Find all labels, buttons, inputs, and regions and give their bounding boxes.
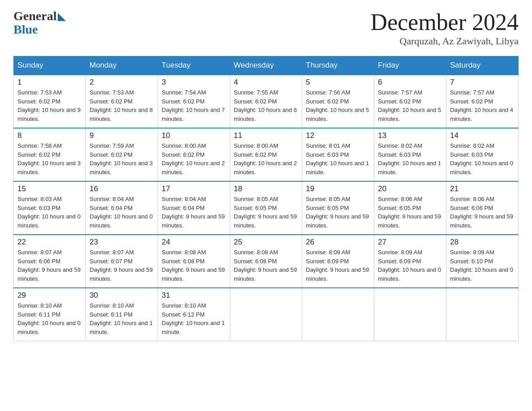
day-number: 31 (162, 291, 226, 300)
day-info: Sunrise: 8:07 AMSunset: 6:07 PMDaylight:… (90, 248, 154, 283)
calendar-table: SundayMondayTuesdayWednesdayThursdayFrid… (13, 56, 519, 341)
table-row: 20Sunrise: 8:06 AMSunset: 6:05 PMDayligh… (374, 181, 446, 235)
week-row-3: 15Sunrise: 8:03 AMSunset: 6:03 PMDayligh… (14, 181, 519, 235)
table-row: 21Sunrise: 8:06 AMSunset: 6:06 PMDayligh… (446, 181, 519, 235)
day-number: 3 (162, 78, 226, 87)
table-row (302, 288, 374, 341)
table-row: 2Sunrise: 7:53 AMSunset: 6:02 PMDaylight… (86, 75, 158, 128)
table-row: 15Sunrise: 8:03 AMSunset: 6:03 PMDayligh… (14, 181, 86, 235)
table-row: 19Sunrise: 8:05 AMSunset: 6:05 PMDayligh… (302, 181, 374, 235)
day-info: Sunrise: 8:10 AMSunset: 6:11 PMDaylight:… (17, 301, 82, 336)
table-row: 10Sunrise: 8:00 AMSunset: 6:02 PMDayligh… (158, 128, 230, 181)
day-info: Sunrise: 8:06 AMSunset: 6:05 PMDaylight:… (378, 195, 442, 230)
logo-general-text: General (13, 9, 56, 23)
day-info: Sunrise: 7:58 AMSunset: 6:02 PMDaylight:… (17, 141, 82, 176)
day-info: Sunrise: 8:08 AMSunset: 6:08 PMDaylight:… (162, 248, 226, 283)
day-number: 17 (162, 184, 226, 193)
day-info: Sunrise: 8:10 AMSunset: 6:11 PMDaylight:… (90, 301, 154, 336)
col-header-tuesday: Tuesday (158, 56, 230, 75)
day-number: 28 (450, 238, 515, 247)
day-info: Sunrise: 8:01 AMSunset: 6:03 PMDaylight:… (306, 141, 370, 176)
col-header-wednesday: Wednesday (230, 56, 302, 75)
day-number: 24 (162, 238, 226, 247)
table-row: 1Sunrise: 7:53 AMSunset: 6:02 PMDaylight… (14, 75, 86, 128)
logo: General Blue (13, 9, 66, 37)
table-row: 25Sunrise: 8:08 AMSunset: 6:08 PMDayligh… (230, 235, 302, 288)
table-row: 8Sunrise: 7:58 AMSunset: 6:02 PMDaylight… (14, 128, 86, 181)
day-number: 5 (306, 78, 370, 87)
table-row: 5Sunrise: 7:56 AMSunset: 6:02 PMDaylight… (302, 75, 374, 128)
day-info: Sunrise: 8:00 AMSunset: 6:02 PMDaylight:… (162, 141, 226, 176)
day-info: Sunrise: 8:07 AMSunset: 6:06 PMDaylight:… (17, 248, 82, 283)
day-number: 13 (378, 131, 442, 140)
table-row (446, 288, 519, 341)
day-number: 15 (17, 184, 82, 193)
day-info: Sunrise: 8:00 AMSunset: 6:02 PMDaylight:… (234, 141, 298, 176)
day-number: 4 (234, 78, 298, 87)
col-header-thursday: Thursday (302, 56, 374, 75)
day-info: Sunrise: 8:02 AMSunset: 6:03 PMDaylight:… (378, 141, 442, 176)
table-row: 24Sunrise: 8:08 AMSunset: 6:08 PMDayligh… (158, 235, 230, 288)
table-row: 13Sunrise: 8:02 AMSunset: 6:03 PMDayligh… (374, 128, 446, 181)
week-row-5: 29Sunrise: 8:10 AMSunset: 6:11 PMDayligh… (14, 288, 519, 341)
logo-blue-text: Blue (13, 22, 38, 37)
table-row: 12Sunrise: 8:01 AMSunset: 6:03 PMDayligh… (302, 128, 374, 181)
day-info: Sunrise: 7:56 AMSunset: 6:02 PMDaylight:… (306, 88, 370, 123)
day-number: 12 (306, 131, 370, 140)
day-number: 9 (90, 131, 154, 140)
table-row: 31Sunrise: 8:10 AMSunset: 6:12 PMDayligh… (158, 288, 230, 341)
col-header-monday: Monday (86, 56, 158, 75)
table-row: 29Sunrise: 8:10 AMSunset: 6:11 PMDayligh… (14, 288, 86, 341)
table-row: 7Sunrise: 7:57 AMSunset: 6:02 PMDaylight… (446, 75, 519, 128)
table-row: 11Sunrise: 8:00 AMSunset: 6:02 PMDayligh… (230, 128, 302, 181)
day-number: 26 (306, 238, 370, 247)
day-info: Sunrise: 7:57 AMSunset: 6:02 PMDaylight:… (378, 88, 442, 123)
day-number: 27 (378, 238, 442, 247)
table-row: 30Sunrise: 8:10 AMSunset: 6:11 PMDayligh… (86, 288, 158, 341)
day-info: Sunrise: 8:02 AMSunset: 6:03 PMDaylight:… (450, 141, 515, 176)
day-number: 25 (234, 238, 298, 247)
month-title: December 2024 (370, 9, 519, 35)
day-info: Sunrise: 7:53 AMSunset: 6:02 PMDaylight:… (90, 88, 154, 123)
day-info: Sunrise: 8:06 AMSunset: 6:06 PMDaylight:… (450, 195, 515, 230)
table-row: 6Sunrise: 7:57 AMSunset: 6:02 PMDaylight… (374, 75, 446, 128)
day-number: 20 (378, 184, 442, 193)
col-header-sunday: Sunday (14, 56, 86, 75)
table-row: 26Sunrise: 8:09 AMSunset: 6:09 PMDayligh… (302, 235, 374, 288)
week-row-4: 22Sunrise: 8:07 AMSunset: 6:06 PMDayligh… (14, 235, 519, 288)
table-row: 22Sunrise: 8:07 AMSunset: 6:06 PMDayligh… (14, 235, 86, 288)
day-number: 23 (90, 238, 154, 247)
table-row: 14Sunrise: 8:02 AMSunset: 6:03 PMDayligh… (446, 128, 519, 181)
table-row: 3Sunrise: 7:54 AMSunset: 6:02 PMDaylight… (158, 75, 230, 128)
day-number: 30 (90, 291, 154, 300)
table-row: 18Sunrise: 8:05 AMSunset: 6:05 PMDayligh… (230, 181, 302, 235)
table-row: 17Sunrise: 8:04 AMSunset: 6:04 PMDayligh… (158, 181, 230, 235)
logo-triangle-icon (58, 13, 66, 21)
week-row-1: 1Sunrise: 7:53 AMSunset: 6:02 PMDaylight… (14, 75, 519, 128)
table-row (374, 288, 446, 341)
day-number: 29 (17, 291, 82, 300)
table-row: 28Sunrise: 8:09 AMSunset: 6:10 PMDayligh… (446, 235, 519, 288)
day-number: 2 (90, 78, 154, 87)
title-block: December 2024 Qarquzah, Az Zawiyah, Liby… (370, 9, 519, 47)
day-number: 21 (450, 184, 515, 193)
day-info: Sunrise: 8:04 AMSunset: 6:04 PMDaylight:… (162, 195, 226, 230)
day-number: 22 (17, 238, 82, 247)
day-number: 1 (17, 78, 82, 87)
table-row: 9Sunrise: 7:59 AMSunset: 6:02 PMDaylight… (86, 128, 158, 181)
day-info: Sunrise: 7:55 AMSunset: 6:02 PMDaylight:… (234, 88, 298, 123)
table-row: 4Sunrise: 7:55 AMSunset: 6:02 PMDaylight… (230, 75, 302, 128)
table-row: 27Sunrise: 8:09 AMSunset: 6:09 PMDayligh… (374, 235, 446, 288)
day-info: Sunrise: 8:10 AMSunset: 6:12 PMDaylight:… (162, 301, 226, 336)
page-header: General Blue December 2024 Qarquzah, Az … (13, 9, 519, 47)
day-info: Sunrise: 8:04 AMSunset: 6:04 PMDaylight:… (90, 195, 154, 230)
location-subtitle: Qarquzah, Az Zawiyah, Libya (370, 35, 519, 47)
day-info: Sunrise: 7:57 AMSunset: 6:02 PMDaylight:… (450, 88, 515, 123)
day-info: Sunrise: 7:59 AMSunset: 6:02 PMDaylight:… (90, 141, 154, 176)
day-info: Sunrise: 8:03 AMSunset: 6:03 PMDaylight:… (17, 195, 82, 230)
day-number: 10 (162, 131, 226, 140)
day-info: Sunrise: 7:54 AMSunset: 6:02 PMDaylight:… (162, 88, 226, 123)
day-number: 8 (17, 131, 82, 140)
col-header-friday: Friday (374, 56, 446, 75)
calendar-header-row: SundayMondayTuesdayWednesdayThursdayFrid… (14, 56, 519, 75)
